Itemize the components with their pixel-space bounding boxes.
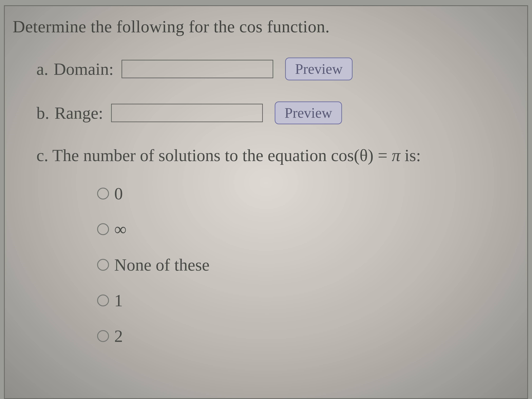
option-label: 0 [114,184,123,203]
equation-eq: = [374,146,392,165]
part-a-label: Domain: [54,59,114,79]
domain-input[interactable] [121,60,273,78]
radio-icon[interactable] [97,188,109,200]
option-label: 2 [114,326,123,346]
equation-rhs: π [392,146,400,165]
part-b-letter: b. [36,103,49,123]
option-label: None of these [114,255,209,275]
option-label: 1 [114,291,123,310]
part-a-row: a. Domain: Preview [36,57,519,80]
part-b-row: b. Range: Preview [36,101,519,124]
part-c-letter: c. [36,146,48,165]
option-1[interactable]: 1 [97,291,519,310]
option-0[interactable]: 0 [97,184,519,203]
part-c-before: The number of solutions to the equation [52,146,331,165]
option-none[interactable]: None of these [97,255,519,275]
question-panel: Determine the following for the cos func… [4,5,528,399]
part-c-after: is: [400,146,421,165]
screen-background: Determine the following for the cos func… [0,0,532,399]
option-label: ∞ [114,219,127,239]
option-infinity[interactable]: ∞ [97,219,519,239]
part-c-text: c. The number of solutions to the equati… [36,146,519,165]
option-2[interactable]: 2 [97,326,519,346]
radio-icon[interactable] [97,259,109,271]
radio-icon[interactable] [97,223,109,235]
part-a-letter: a. [36,59,48,79]
part-b-label: Range: [55,103,103,123]
question-prompt: Determine the following for the cos func… [13,17,519,36]
radio-icon[interactable] [97,294,109,306]
preview-button-b[interactable]: Preview [275,101,342,124]
preview-button-a[interactable]: Preview [285,57,352,80]
options-group: 0 ∞ None of these 1 2 [97,184,519,346]
radio-icon[interactable] [97,330,109,342]
range-input[interactable] [111,104,263,122]
equation-lhs: cos(θ) [331,146,374,165]
